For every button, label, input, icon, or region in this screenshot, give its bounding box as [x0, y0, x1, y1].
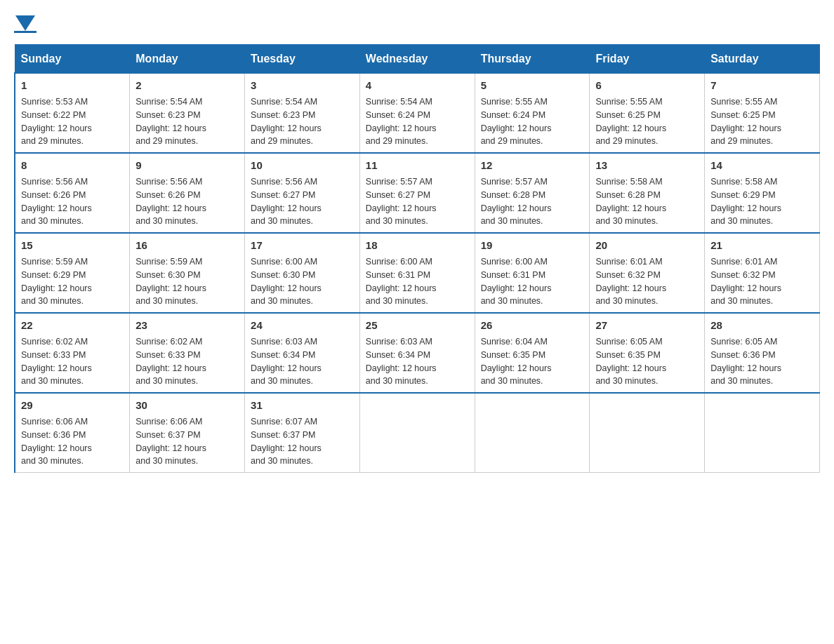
cell-info: Sunrise: 6:01 AMSunset: 6:32 PMDaylight:… [710, 257, 781, 306]
day-number: 7 [710, 78, 814, 93]
day-number: 26 [481, 318, 584, 333]
calendar-cell: 10 Sunrise: 5:56 AMSunset: 6:27 PMDaylig… [245, 153, 360, 233]
cell-info: Sunrise: 6:03 AMSunset: 6:34 PMDaylight:… [366, 337, 437, 386]
cell-info: Sunrise: 6:02 AMSunset: 6:33 PMDaylight:… [135, 337, 206, 386]
cell-info: Sunrise: 6:01 AMSunset: 6:32 PMDaylight:… [595, 257, 666, 306]
day-number: 15 [21, 238, 124, 253]
day-number: 21 [710, 238, 814, 253]
cell-info: Sunrise: 6:07 AMSunset: 6:37 PMDaylight:… [251, 417, 322, 466]
cell-info: Sunrise: 5:56 AMSunset: 6:26 PMDaylight:… [135, 177, 206, 226]
weekday-header-monday: Monday [130, 45, 245, 73]
calendar-cell: 4 Sunrise: 5:54 AMSunset: 6:24 PMDayligh… [359, 73, 475, 153]
calendar-cell: 25 Sunrise: 6:03 AMSunset: 6:34 PMDaylig… [359, 313, 475, 393]
calendar-cell: 14 Sunrise: 5:58 AMSunset: 6:29 PMDaylig… [705, 153, 820, 233]
calendar-cell: 24 Sunrise: 6:03 AMSunset: 6:34 PMDaylig… [245, 313, 360, 393]
calendar-cell: 3 Sunrise: 5:54 AMSunset: 6:23 PMDayligh… [245, 73, 360, 153]
weekday-header-thursday: Thursday [475, 45, 590, 73]
cell-info: Sunrise: 5:59 AMSunset: 6:30 PMDaylight:… [135, 257, 206, 306]
day-number: 24 [251, 318, 354, 333]
calendar-cell: 5 Sunrise: 5:55 AMSunset: 6:24 PMDayligh… [475, 73, 590, 153]
cell-info: Sunrise: 6:06 AMSunset: 6:37 PMDaylight:… [135, 417, 206, 466]
calendar-cell: 23 Sunrise: 6:02 AMSunset: 6:33 PMDaylig… [130, 313, 245, 393]
calendar-cell: 18 Sunrise: 6:00 AMSunset: 6:31 PMDaylig… [359, 233, 475, 313]
cell-info: Sunrise: 6:02 AMSunset: 6:33 PMDaylight:… [21, 337, 92, 386]
cell-info: Sunrise: 6:03 AMSunset: 6:34 PMDaylight:… [251, 337, 322, 386]
day-number: 22 [21, 318, 124, 333]
calendar-week-row-5: 29 Sunrise: 6:06 AMSunset: 6:36 PMDaylig… [15, 393, 820, 473]
calendar-cell: 15 Sunrise: 5:59 AMSunset: 6:29 PMDaylig… [15, 233, 130, 313]
cell-info: Sunrise: 6:05 AMSunset: 6:36 PMDaylight:… [710, 337, 781, 386]
day-number: 12 [481, 158, 584, 173]
cell-info: Sunrise: 5:54 AMSunset: 6:24 PMDaylight:… [366, 97, 437, 146]
day-number: 3 [251, 78, 354, 93]
cell-info: Sunrise: 6:04 AMSunset: 6:35 PMDaylight:… [481, 337, 552, 386]
weekday-header-wednesday: Wednesday [359, 45, 475, 73]
cell-info: Sunrise: 6:06 AMSunset: 6:36 PMDaylight:… [21, 417, 92, 466]
calendar-cell: 12 Sunrise: 5:57 AMSunset: 6:28 PMDaylig… [475, 153, 590, 233]
cell-info: Sunrise: 5:56 AMSunset: 6:26 PMDaylight:… [21, 177, 92, 226]
cell-info: Sunrise: 5:58 AMSunset: 6:29 PMDaylight:… [710, 177, 781, 226]
cell-info: Sunrise: 6:00 AMSunset: 6:31 PMDaylight:… [481, 257, 552, 306]
calendar-cell: 2 Sunrise: 5:54 AMSunset: 6:23 PMDayligh… [130, 73, 245, 153]
calendar-cell: 31 Sunrise: 6:07 AMSunset: 6:37 PMDaylig… [245, 393, 360, 473]
calendar-cell [705, 393, 820, 473]
day-number: 14 [710, 158, 814, 173]
logo-area [14, 14, 37, 33]
calendar-cell [475, 393, 590, 473]
calendar-cell: 16 Sunrise: 5:59 AMSunset: 6:30 PMDaylig… [130, 233, 245, 313]
cell-info: Sunrise: 6:00 AMSunset: 6:30 PMDaylight:… [251, 257, 322, 306]
cell-info: Sunrise: 5:56 AMSunset: 6:27 PMDaylight:… [251, 177, 322, 226]
day-number: 28 [710, 318, 814, 333]
day-number: 1 [21, 78, 124, 93]
day-number: 4 [366, 78, 469, 93]
calendar-cell [359, 393, 475, 473]
day-number: 2 [135, 78, 239, 93]
calendar-week-row-4: 22 Sunrise: 6:02 AMSunset: 6:33 PMDaylig… [15, 313, 820, 393]
calendar-cell: 6 Sunrise: 5:55 AMSunset: 6:25 PMDayligh… [590, 73, 705, 153]
calendar-cell: 29 Sunrise: 6:06 AMSunset: 6:36 PMDaylig… [15, 393, 130, 473]
day-number: 25 [366, 318, 469, 333]
day-number: 8 [21, 158, 124, 173]
day-number: 30 [135, 398, 239, 412]
calendar-cell: 26 Sunrise: 6:04 AMSunset: 6:35 PMDaylig… [475, 313, 590, 393]
day-number: 11 [366, 158, 469, 173]
day-number: 5 [481, 78, 584, 93]
day-number: 18 [366, 238, 469, 253]
calendar-cell: 1 Sunrise: 5:53 AMSunset: 6:22 PMDayligh… [15, 73, 130, 153]
day-number: 6 [595, 78, 699, 93]
calendar-cell: 20 Sunrise: 6:01 AMSunset: 6:32 PMDaylig… [590, 233, 705, 313]
cell-info: Sunrise: 5:57 AMSunset: 6:27 PMDaylight:… [366, 177, 437, 226]
day-number: 10 [251, 158, 354, 173]
calendar-cell: 17 Sunrise: 6:00 AMSunset: 6:30 PMDaylig… [245, 233, 360, 313]
calendar-cell: 7 Sunrise: 5:55 AMSunset: 6:25 PMDayligh… [705, 73, 820, 153]
calendar-cell: 8 Sunrise: 5:56 AMSunset: 6:26 PMDayligh… [15, 153, 130, 233]
cell-info: Sunrise: 5:53 AMSunset: 6:22 PMDaylight:… [21, 97, 92, 146]
calendar-table: SundayMondayTuesdayWednesdayThursdayFrid… [14, 44, 820, 473]
calendar-cell: 19 Sunrise: 6:00 AMSunset: 6:31 PMDaylig… [475, 233, 590, 313]
weekday-header-friday: Friday [590, 45, 705, 73]
day-number: 13 [595, 158, 699, 173]
day-number: 23 [135, 318, 239, 333]
day-number: 17 [251, 238, 354, 253]
calendar-cell: 22 Sunrise: 6:02 AMSunset: 6:33 PMDaylig… [15, 313, 130, 393]
calendar-week-row-2: 8 Sunrise: 5:56 AMSunset: 6:26 PMDayligh… [15, 153, 820, 233]
cell-info: Sunrise: 5:54 AMSunset: 6:23 PMDaylight:… [251, 97, 322, 146]
cell-info: Sunrise: 5:55 AMSunset: 6:25 PMDaylight:… [710, 97, 781, 146]
day-number: 9 [135, 158, 239, 173]
cell-info: Sunrise: 5:55 AMSunset: 6:24 PMDaylight:… [481, 97, 552, 146]
calendar-cell: 27 Sunrise: 6:05 AMSunset: 6:35 PMDaylig… [590, 313, 705, 393]
cell-info: Sunrise: 5:57 AMSunset: 6:28 PMDaylight:… [481, 177, 552, 226]
calendar-cell: 11 Sunrise: 5:57 AMSunset: 6:27 PMDaylig… [359, 153, 475, 233]
calendar-cell: 9 Sunrise: 5:56 AMSunset: 6:26 PMDayligh… [130, 153, 245, 233]
cell-info: Sunrise: 6:00 AMSunset: 6:31 PMDaylight:… [366, 257, 437, 306]
weekday-header-saturday: Saturday [705, 45, 820, 73]
cell-info: Sunrise: 5:59 AMSunset: 6:29 PMDaylight:… [21, 257, 92, 306]
page-header [14, 14, 820, 33]
day-number: 27 [595, 318, 699, 333]
calendar-cell: 30 Sunrise: 6:06 AMSunset: 6:37 PMDaylig… [130, 393, 245, 473]
calendar-week-row-1: 1 Sunrise: 5:53 AMSunset: 6:22 PMDayligh… [15, 73, 820, 153]
day-number: 20 [595, 238, 699, 253]
day-number: 31 [251, 398, 354, 412]
calendar-cell: 21 Sunrise: 6:01 AMSunset: 6:32 PMDaylig… [705, 233, 820, 313]
cell-info: Sunrise: 5:55 AMSunset: 6:25 PMDaylight:… [595, 97, 666, 146]
